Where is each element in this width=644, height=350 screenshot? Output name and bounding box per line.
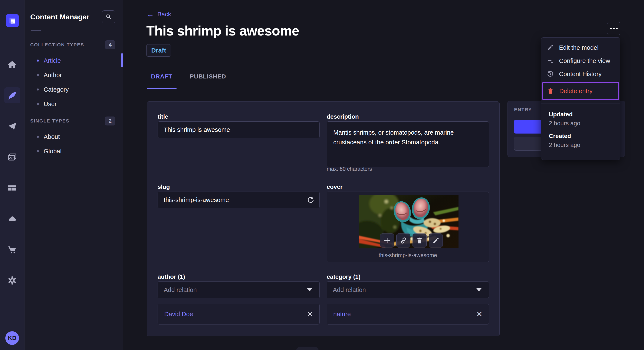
avatar[interactable]: KD — [5, 331, 19, 345]
list-settings-icon — [547, 57, 554, 64]
author-relation-select[interactable]: Add relation — [158, 281, 320, 298]
edit-asset-button[interactable] — [429, 233, 443, 247]
author-relation-item: David Doe ✕ — [158, 304, 320, 325]
subnav-rule — [31, 30, 41, 31]
bullet-icon — [37, 88, 39, 91]
search-icon — [105, 13, 112, 20]
back-arrow-icon: ← — [147, 11, 154, 18]
cover-actions — [380, 233, 443, 247]
sidebar-item-global[interactable]: Global — [24, 144, 123, 159]
bullet-icon — [37, 150, 39, 152]
subnav-title: Content Manager — [30, 13, 90, 21]
title-input[interactable] — [158, 121, 320, 138]
pictures-icon[interactable] — [4, 149, 20, 165]
relation-link[interactable]: nature — [333, 311, 476, 318]
pencil-icon — [547, 44, 554, 51]
context-menu: Edit the model Configure the view — [541, 37, 620, 160]
layout-icon[interactable] — [4, 180, 20, 196]
description-label: description — [327, 113, 489, 120]
plus-icon — [383, 236, 391, 245]
paper-plane-icon[interactable] — [4, 118, 20, 134]
entry-panel-label: ENTRY — [514, 107, 532, 113]
sidebar-item-author[interactable]: Author — [24, 68, 123, 82]
sidebar-item-category[interactable]: Category — [24, 82, 123, 97]
rail-divider — [0, 326, 24, 326]
icon-rail: KD — [0, 0, 24, 350]
content-manager-subnav: Content Manager COLLECTION TYPES 4 Artic… — [24, 0, 123, 350]
cover-label: cover — [327, 183, 489, 190]
category-relation-item: nature ✕ — [327, 304, 489, 325]
slug-label: slug — [158, 183, 320, 190]
sidebar-item-about[interactable]: About — [24, 130, 123, 144]
category-label: category (1) — [327, 273, 489, 280]
rail-divider — [0, 39, 24, 39]
strapi-logo[interactable] — [6, 14, 19, 27]
description-textarea[interactable]: Mantis shrimps, or stomatopods, are mari… — [327, 121, 489, 167]
app-root: KD Content Manager COLLECTION TYPES 4 Ar… — [0, 0, 644, 350]
search-button[interactable] — [102, 10, 115, 23]
copy-link-button[interactable] — [396, 233, 410, 247]
ellipsis-icon — [613, 28, 614, 29]
relation-link[interactable]: David Doe — [164, 311, 307, 318]
chevron-down-icon — [307, 288, 312, 291]
created-value: 2 hours ago — [549, 142, 612, 149]
menu-item-configure-view[interactable]: Configure the view — [541, 54, 620, 67]
ellipsis-icon — [616, 28, 618, 29]
history-icon — [547, 70, 554, 78]
back-link[interactable]: ← Back — [147, 11, 171, 18]
home-icon[interactable] — [4, 57, 20, 72]
remove-relation-icon[interactable]: ✕ — [307, 311, 313, 318]
title-label: title — [158, 113, 320, 120]
section-collection-types: COLLECTION TYPES — [30, 42, 84, 48]
cover-caption: this-shrimp-is-awesome — [327, 252, 489, 259]
chevron-down-icon — [476, 288, 482, 291]
author-label: author (1) — [158, 273, 320, 280]
version-tabs: DRAFT PUBLISHED — [147, 70, 226, 83]
tab-published[interactable]: PUBLISHED — [189, 70, 226, 83]
tab-draft[interactable]: DRAFT — [147, 70, 176, 83]
floating-widget[interactable] — [296, 347, 319, 350]
bullet-icon — [37, 59, 39, 62]
add-asset-button[interactable] — [380, 233, 394, 247]
remove-relation-icon[interactable]: ✕ — [476, 311, 482, 318]
sidebar-item-article[interactable]: Article — [24, 53, 123, 68]
cart-icon[interactable] — [4, 242, 20, 257]
bullet-icon — [37, 136, 39, 138]
updated-label: Updated — [549, 111, 612, 118]
refresh-icon[interactable] — [306, 196, 315, 204]
entry-form-panel: title description Mantis shrimps, or sto… — [147, 101, 500, 336]
feather-icon[interactable] — [4, 87, 20, 103]
menu-item-content-history[interactable]: Content History — [541, 67, 620, 81]
category-relation-select[interactable]: Add relation — [327, 281, 489, 298]
page-title: This shrimp is awesome — [146, 23, 299, 39]
gear-icon[interactable] — [4, 272, 20, 288]
menu-item-delete-entry[interactable]: Delete entry — [542, 82, 619, 100]
main-content: ← Back This shrimp is awesome Draft DRAF… — [123, 0, 644, 350]
updated-value: 2 hours ago — [549, 120, 612, 127]
cover-field: this-shrimp-is-awesome — [327, 191, 489, 262]
cloud-icon[interactable] — [4, 211, 20, 227]
pencil-icon — [432, 237, 440, 244]
trash-icon — [416, 237, 423, 244]
single-types-count: 2 — [105, 117, 115, 126]
more-actions-button[interactable] — [607, 22, 620, 35]
created-label: Created — [549, 133, 612, 140]
bullet-icon — [37, 103, 39, 105]
status-badge: Draft — [146, 44, 171, 57]
bullet-icon — [37, 74, 39, 76]
description-hint: max. 80 characters — [327, 166, 372, 172]
active-item-indicator — [122, 53, 123, 67]
sidebar-item-user[interactable]: User — [24, 97, 123, 111]
slug-input[interactable] — [158, 191, 320, 208]
delete-asset-button[interactable] — [412, 233, 426, 247]
section-single-types: SINGLE TYPES — [30, 118, 70, 124]
menu-item-edit-model[interactable]: Edit the model — [541, 41, 620, 54]
link-icon — [399, 236, 408, 245]
ellipsis-icon — [610, 28, 612, 29]
collection-types-count: 4 — [105, 40, 115, 49]
trash-icon — [547, 87, 554, 95]
